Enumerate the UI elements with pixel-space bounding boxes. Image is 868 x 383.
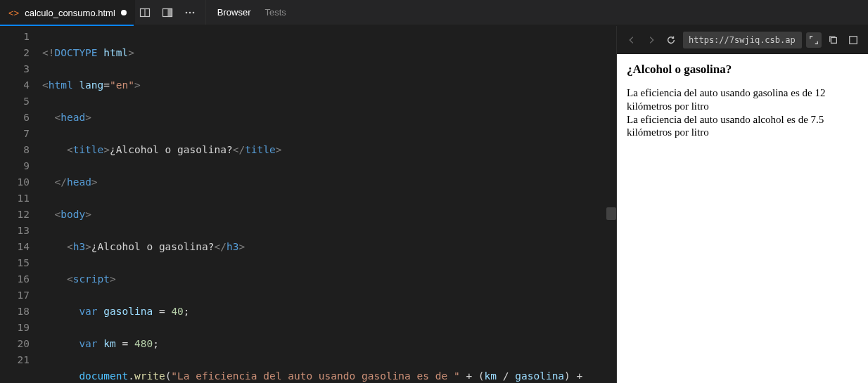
browser-preview[interactable]: ¿Alcohol o gasolina? La eficiencia del a…	[617, 54, 868, 383]
preview-heading: ¿Alcohol o gasolina?	[627, 63, 858, 77]
expand-icon[interactable]	[806, 32, 822, 48]
html-file-icon: <>	[8, 8, 19, 18]
nav-forward-icon[interactable]	[644, 32, 659, 48]
minimap-scrollbar[interactable]	[606, 26, 616, 383]
tab-browser[interactable]: Browser	[217, 7, 251, 18]
new-window-icon[interactable]	[826, 32, 841, 48]
browser-panel: ¿Alcohol o gasolina? La eficiencia del a…	[616, 26, 868, 383]
svg-rect-8	[850, 37, 857, 44]
main-area: 1 2 3 4 5 6 7 8 9 10 11 12 13 14 15 16 1…	[0, 26, 868, 383]
title-bar: <> calculo_consumo.html Browser Tests	[0, 0, 868, 25]
svg-point-4	[186, 11, 188, 13]
maximize-icon[interactable]	[845, 32, 861, 48]
preview-body: La eficiencia del auto usando gasolina e…	[627, 86, 858, 139]
tab-tests[interactable]: Tests	[265, 7, 286, 18]
scrollbar-thumb[interactable]	[606, 207, 616, 220]
browser-toolbar	[617, 26, 868, 54]
editor-tab[interactable]: <> calculo_consumo.html	[0, 0, 135, 25]
right-panel-tabs: Browser Tests	[205, 0, 868, 25]
code-editor[interactable]: 1 2 3 4 5 6 7 8 9 10 11 12 13 14 15 16 1…	[0, 26, 616, 383]
address-bar[interactable]	[683, 32, 802, 48]
nav-back-icon[interactable]	[624, 32, 639, 48]
line-number-gutter: 1 2 3 4 5 6 7 8 9 10 11 12 13 14 15 16 1…	[0, 26, 42, 383]
svg-point-5	[189, 11, 191, 13]
svg-point-6	[193, 11, 195, 13]
svg-rect-3	[168, 8, 172, 16]
more-actions-icon[interactable]	[180, 3, 200, 22]
code-content[interactable]: <!DOCTYPE html> <html lang="en"> <head> …	[42, 26, 616, 383]
unsaved-indicator-icon	[121, 10, 127, 15]
tab-filename: calculo_consumo.html	[25, 8, 115, 18]
preview-line-2: La eficiencia del auto usando alcohol es…	[627, 114, 824, 138]
svg-rect-7	[831, 38, 837, 44]
toggle-panel-icon[interactable]	[158, 3, 177, 22]
split-editor-icon[interactable]	[135, 3, 155, 22]
preview-line-1: La eficiencia del auto usando gasolina e…	[627, 87, 825, 112]
editor-actions	[135, 0, 205, 25]
reload-icon[interactable]	[663, 32, 679, 48]
